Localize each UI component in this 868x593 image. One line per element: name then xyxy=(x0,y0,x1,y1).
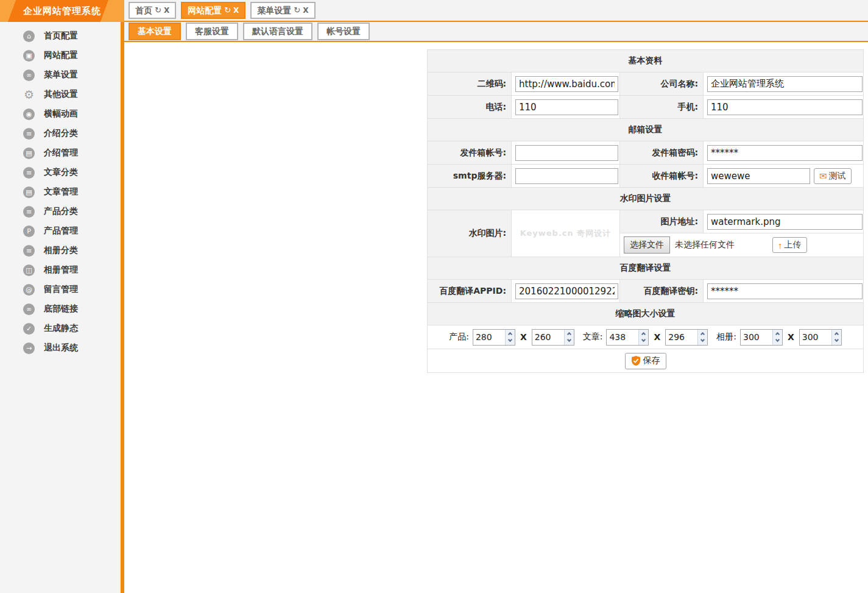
envelope-icon: ✉ xyxy=(819,171,827,182)
product-height-input[interactable] xyxy=(532,330,564,345)
sidebar-item-site-config[interactable]: ▣ 网站配置 xyxy=(0,46,121,65)
tab-label: 菜单设置 xyxy=(257,5,291,16)
list-icon: ≡ xyxy=(23,128,35,140)
sidebar-item-product-manage[interactable]: P 产品管理 xyxy=(0,221,121,241)
link-icon: ∞ xyxy=(23,69,35,81)
sidebar-item-generate-static[interactable]: ✓ 生成静态 xyxy=(0,319,121,338)
spinner-arrows[interactable] xyxy=(772,330,782,345)
sidebar-item-menu-settings[interactable]: ∞ 菜单设置 xyxy=(0,65,121,85)
save-button[interactable]: 保存 xyxy=(625,353,666,369)
sidebar-item-footer-links[interactable]: ∞ 底部链接 xyxy=(0,299,121,319)
phone-input[interactable] xyxy=(515,99,618,115)
app-window: 企业网站管理系统 首页 ↻ X 网站配置 ↻ X 菜单设置 ↻ X ⌂ 首页配置… xyxy=(0,0,868,593)
sidebar: ⌂ 首页配置 ▣ 网站配置 ∞ 菜单设置 ⚙ 其他设置 ◉ 横幅动画 ≡ 介绍分… xyxy=(0,22,124,593)
upload-button[interactable]: ↑ 上传 xyxy=(772,237,807,253)
sidebar-item-album-category[interactable]: ≡ 相册分类 xyxy=(0,241,121,260)
spinner-arrows[interactable] xyxy=(697,330,707,345)
main-content: 基本资料 二维码: 公司名称: 电话: 手机: xyxy=(124,42,868,593)
close-icon[interactable]: X xyxy=(164,5,169,16)
test-email-button[interactable]: ✉ 测试 xyxy=(814,168,852,184)
no-file-selected-text: 未选择任何文件 xyxy=(675,240,735,250)
sidebar-item-article-category[interactable]: ≡ 文章分类 xyxy=(0,163,121,182)
sidebar-item-other-settings[interactable]: ⚙ 其他设置 xyxy=(0,85,121,104)
smtp-server-input[interactable] xyxy=(515,168,618,184)
refresh-icon[interactable]: ↻ xyxy=(224,5,231,16)
subtab-default-language[interactable]: 默认语言设置 xyxy=(243,23,312,40)
article-height-input[interactable] xyxy=(666,330,697,345)
book-icon: ▤ xyxy=(23,147,35,159)
company-name-input[interactable] xyxy=(707,76,863,92)
sender-account-label: 发件箱帐号: xyxy=(428,141,512,164)
list-icon: ≡ xyxy=(23,206,35,218)
sidebar-item-article-manage[interactable]: ▤ 文章管理 xyxy=(0,182,121,202)
smtp-server-label: smtp服务器: xyxy=(428,165,512,187)
banner-icon: ◉ xyxy=(23,108,35,120)
sidebar-item-home-config[interactable]: ⌂ 首页配置 xyxy=(0,26,121,46)
sender-password-input[interactable] xyxy=(707,145,863,161)
document-icon: ▤ xyxy=(23,186,35,198)
subtab-account-settings[interactable]: 帐号设置 xyxy=(317,23,370,40)
size-separator: X xyxy=(654,332,660,342)
sidebar-item-exit-system[interactable]: → 退出系统 xyxy=(0,338,121,358)
close-icon[interactable]: X xyxy=(303,5,308,16)
section-header-thumbnail: 缩略图大小设置 xyxy=(428,303,863,325)
image-url-input[interactable] xyxy=(707,214,863,230)
sender-password-label: 发件箱密码: xyxy=(620,141,704,164)
sidebar-item-banner-animation[interactable]: ◉ 横幅动画 xyxy=(0,104,121,124)
tab-label: 网站配置 xyxy=(188,5,222,16)
section-header-basic: 基本资料 xyxy=(428,50,863,73)
choose-file-button[interactable]: 选择文件 xyxy=(624,236,670,254)
sidebar-item-intro-manage[interactable]: ▤ 介绍管理 xyxy=(0,143,121,163)
form-row: smtp服务器: 收件箱帐号: ✉ 测试 xyxy=(428,165,863,188)
subtab-basic-settings[interactable]: 基本设置 xyxy=(129,23,181,40)
link-icon: ∞ xyxy=(23,304,35,315)
settings-form: 基本资料 二维码: 公司名称: 电话: 手机: xyxy=(427,49,864,373)
album-height-input[interactable] xyxy=(800,330,831,345)
logout-arrow-icon: → xyxy=(23,343,35,354)
spinner-arrows[interactable] xyxy=(831,330,841,345)
spinner-arrows[interactable] xyxy=(505,330,515,345)
qrcode-input[interactable] xyxy=(515,76,618,92)
form-row: 发件箱帐号: 发件箱密码: xyxy=(428,141,863,165)
sidebar-item-message-manage[interactable]: @ 留言管理 xyxy=(0,280,121,299)
album-width-input[interactable] xyxy=(741,330,772,345)
mobile-label: 手机: xyxy=(620,96,704,118)
window-tab-bar: 首页 ↻ X 网站配置 ↻ X 菜单设置 ↻ X xyxy=(124,0,868,22)
article-width-input[interactable] xyxy=(607,330,638,345)
check-icon: ✓ xyxy=(23,323,35,335)
close-icon[interactable]: X xyxy=(233,5,239,16)
shield-check-icon xyxy=(631,356,641,366)
receiver-account-input[interactable] xyxy=(707,168,810,184)
sidebar-item-product-category[interactable]: ≡ 产品分类 xyxy=(0,202,121,221)
size-separator: X xyxy=(520,332,527,342)
subtab-customer-service[interactable]: 客服设置 xyxy=(186,23,238,40)
save-row: 保存 xyxy=(428,349,863,372)
size-separator: X xyxy=(788,332,794,342)
watermark-row: 水印图片: Keyweb.cn 奇网设计 图片地址: 选择文件 未选择任何文件 xyxy=(428,210,863,257)
mobile-input[interactable] xyxy=(707,99,863,115)
list-icon: ≡ xyxy=(23,167,35,179)
product-width-input[interactable] xyxy=(473,330,505,345)
baidu-key-input[interactable] xyxy=(707,283,863,299)
section-header-watermark: 水印图片设置 xyxy=(428,188,863,210)
spinner-arrows[interactable] xyxy=(564,330,574,345)
tab-home[interactable]: 首页 ↻ X xyxy=(129,2,176,19)
tab-site-config[interactable]: 网站配置 ↻ X xyxy=(181,2,245,19)
spinner-arrows[interactable] xyxy=(638,330,648,345)
refresh-icon[interactable]: ↻ xyxy=(155,5,161,16)
refresh-icon[interactable]: ↻ xyxy=(294,5,300,16)
list-icon: ≡ xyxy=(23,245,35,257)
section-header-baidu-translate: 百度翻译设置 xyxy=(428,257,863,280)
phone-label: 电话: xyxy=(428,96,512,118)
form-row: 二维码: 公司名称: xyxy=(428,73,863,96)
album-size-label: 相册: xyxy=(716,332,736,343)
qrcode-label: 二维码: xyxy=(428,73,512,95)
sidebar-item-album-manage[interactable]: ◫ 相册管理 xyxy=(0,260,121,280)
baidu-appid-input[interactable] xyxy=(515,283,618,299)
sender-account-input[interactable] xyxy=(515,145,618,161)
gear-icon: ⚙ xyxy=(23,89,35,101)
tab-menu-settings[interactable]: 菜单设置 ↻ X xyxy=(250,2,315,19)
at-icon: @ xyxy=(23,284,35,296)
sidebar-item-intro-category[interactable]: ≡ 介绍分类 xyxy=(0,124,121,143)
home-icon: ⌂ xyxy=(23,30,35,42)
